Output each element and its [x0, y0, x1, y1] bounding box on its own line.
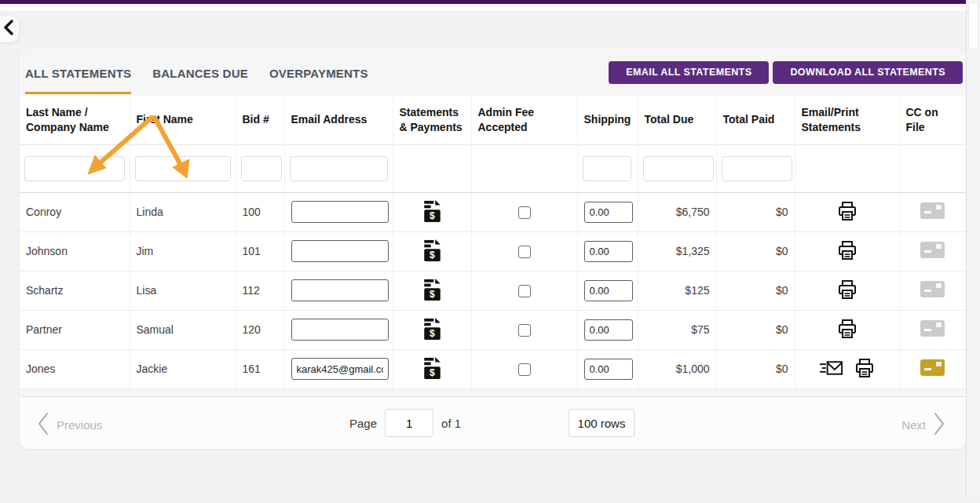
col-header-email-print: Email/Print Statements — [795, 96, 899, 144]
next-label: Next — [901, 418, 926, 432]
col-header-first-name: First Name — [130, 96, 236, 144]
filter-email-input[interactable] — [290, 156, 388, 181]
rows-per-page-select[interactable]: 100 rows — [569, 409, 634, 437]
tab-all-statements[interactable]: ALL STATEMENTS — [25, 51, 131, 94]
col-header-last-name: Last Name / Company Name — [20, 96, 130, 144]
first-name-cell: Jackie — [130, 349, 236, 388]
statement-payments-icon[interactable]: $ — [424, 318, 441, 342]
col-header-admin-fee: Admin Fee Accepted — [471, 96, 577, 144]
last-name-cell: Schartz — [20, 271, 130, 310]
pagination-bar: Previous Page of 1 100 rows Next — [20, 396, 966, 449]
print-statement-icon[interactable] — [837, 201, 858, 224]
row-email-input[interactable] — [291, 358, 389, 380]
row-email-input[interactable] — [291, 240, 389, 262]
row-shipping-input[interactable] — [584, 359, 633, 380]
table-row: Johnson Jim 101 $ $1,325 $0 — [20, 231, 966, 271]
print-statement-icon[interactable] — [854, 358, 875, 381]
svg-text:$: $ — [430, 328, 435, 339]
row-shipping-input[interactable] — [584, 319, 633, 341]
print-statement-icon[interactable] — [837, 279, 858, 302]
col-header-cc-on-file: CC on File — [899, 96, 966, 144]
svg-text:$: $ — [430, 250, 435, 261]
statement-payments-icon[interactable]: $ — [424, 239, 441, 264]
first-name-cell: Jim — [130, 231, 236, 271]
cc-on-file-icon[interactable] — [920, 359, 945, 376]
statement-payments-icon[interactable]: $ — [424, 200, 441, 224]
col-header-email: Email Address — [284, 96, 393, 144]
total-due-cell: $1,000 — [638, 349, 716, 388]
email-all-statements-button[interactable]: EMAIL ALL STATEMENTS — [609, 61, 769, 84]
filter-bid-input[interactable] — [241, 156, 282, 181]
last-name-cell: Johnson — [20, 231, 130, 271]
statement-payments-icon[interactable]: $ — [424, 357, 441, 381]
admin-fee-checkbox[interactable] — [518, 324, 531, 337]
col-header-statements: Statements & Payments — [393, 96, 471, 144]
statements-table: Last Name / Company Name First Name Bid … — [20, 96, 966, 389]
row-email-input[interactable] — [291, 279, 389, 301]
previous-page-button[interactable]: Previous — [37, 411, 102, 439]
cc-on-file-icon[interactable] — [920, 242, 945, 258]
previous-label: Previous — [57, 418, 102, 432]
page-count-label: of 1 — [441, 417, 461, 430]
table-row: Jones Jackie 161 $ $1,000 $0 — [20, 349, 966, 388]
chevron-left-icon — [37, 411, 49, 439]
cc-on-file-icon[interactable] — [920, 202, 945, 219]
total-due-cell: $1,325 — [638, 231, 716, 271]
top-strip — [0, 4, 966, 11]
filter-first-name-input[interactable] — [135, 156, 231, 181]
col-header-total-due: Total Due — [638, 96, 716, 144]
bid-cell: 101 — [236, 231, 284, 271]
table-row: Conroy Linda 100 $ $6,750 $0 — [20, 192, 966, 231]
next-page-button[interactable]: Next — [901, 411, 945, 439]
print-statement-icon[interactable] — [837, 240, 858, 263]
row-shipping-input[interactable] — [584, 241, 633, 262]
bid-cell: 112 — [236, 271, 284, 310]
admin-fee-checkbox[interactable] — [518, 363, 531, 376]
statement-payments-icon[interactable]: $ — [424, 279, 441, 303]
filter-shipping-input[interactable] — [583, 156, 631, 181]
tab-overpayments[interactable]: OVERPAYMENTS — [269, 51, 368, 94]
chevron-left-icon — [3, 20, 14, 38]
first-name-cell: Linda — [130, 192, 236, 231]
row-shipping-input[interactable] — [584, 202, 633, 223]
admin-fee-checkbox[interactable] — [518, 206, 531, 219]
cc-on-file-icon[interactable] — [920, 281, 945, 297]
row-email-input[interactable] — [291, 201, 389, 223]
total-due-cell: $6,750 — [638, 192, 716, 231]
total-paid-cell: $0 — [716, 271, 795, 310]
send-email-icon[interactable] — [819, 359, 843, 379]
cc-on-file-icon[interactable] — [920, 320, 945, 337]
tab-balances-due[interactable]: BALANCES DUE — [152, 51, 248, 94]
filter-last-name-input[interactable] — [24, 156, 125, 181]
scrollbar-thumb[interactable] — [968, 2, 978, 49]
page-jumper: Page of 1 — [349, 409, 461, 437]
print-statement-icon[interactable] — [837, 319, 858, 341]
row-shipping-input[interactable] — [584, 280, 633, 301]
svg-text:$: $ — [430, 367, 435, 378]
page-label: Page — [349, 417, 377, 430]
bid-cell: 120 — [236, 310, 284, 349]
first-name-cell: Samual — [130, 310, 236, 349]
table-row: Schartz Lisa 112 $ $125 $0 — [20, 271, 966, 310]
back-button[interactable] — [0, 16, 19, 42]
row-email-input[interactable] — [291, 319, 389, 341]
admin-fee-checkbox[interactable] — [518, 285, 531, 297]
total-paid-cell: $0 — [716, 192, 795, 231]
filter-total-paid-input[interactable] — [722, 156, 792, 181]
total-paid-cell: $0 — [716, 231, 795, 271]
svg-text:$: $ — [430, 210, 435, 221]
download-all-statements-button[interactable]: DOWNLOAD ALL STATEMENTS — [773, 61, 963, 84]
vertical-scrollbar[interactable] — [966, 0, 980, 498]
col-header-shipping: Shipping — [577, 96, 638, 144]
total-due-cell: $125 — [638, 271, 716, 310]
first-name-cell: Lisa — [130, 271, 236, 310]
col-header-bid: Bid # — [236, 96, 284, 144]
filter-total-due-input[interactable] — [643, 156, 714, 181]
col-header-total-paid: Total Paid — [716, 96, 795, 144]
bid-cell: 161 — [236, 349, 284, 388]
tabs-bar: ALL STATEMENTS BALANCES DUE OVERPAYMENTS… — [20, 49, 966, 96]
chevron-right-icon — [933, 411, 945, 439]
page-number-input[interactable] — [385, 409, 433, 437]
admin-fee-checkbox[interactable] — [518, 246, 531, 258]
total-paid-cell: $0 — [716, 349, 795, 388]
